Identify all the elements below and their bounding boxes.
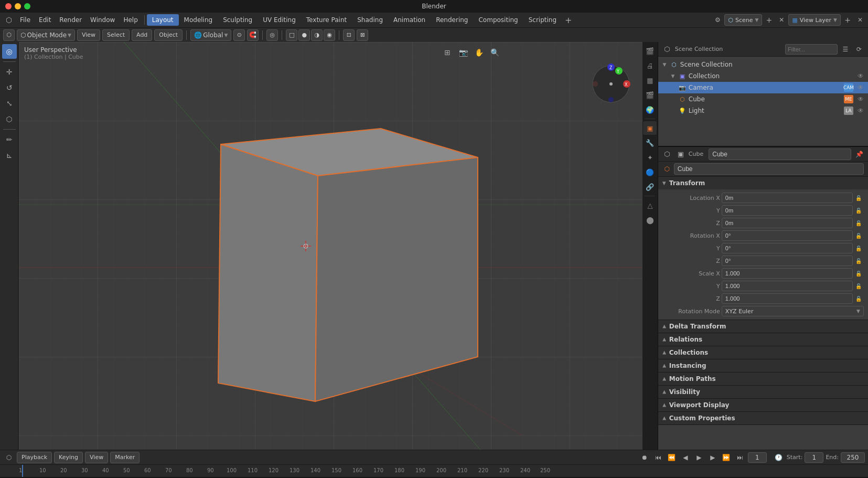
end-frame-display[interactable]: 250: [841, 452, 865, 463]
scale-x-input[interactable]: [722, 268, 853, 279]
object-menu-btn[interactable]: Object: [154, 29, 183, 41]
object-properties-icon[interactable]: ▣: [643, 121, 657, 135]
add-workspace-button[interactable]: +: [562, 14, 575, 26]
measure-tool[interactable]: ⊾: [2, 148, 17, 163]
camera-visibility-icon[interactable]: 👁: [856, 83, 865, 92]
maximize-button[interactable]: [24, 3, 30, 9]
instancing-header[interactable]: ▶ Instancing: [658, 359, 868, 372]
particles-icon[interactable]: ✦: [643, 151, 657, 164]
tab-modeling[interactable]: Modeling: [179, 14, 218, 26]
close-button[interactable]: [5, 3, 12, 9]
render-properties-icon[interactable]: 🎬: [643, 44, 657, 58]
rendered-button[interactable]: ◉: [324, 29, 335, 41]
location-x-lock[interactable]: 🔓: [854, 194, 863, 202]
scale-z-lock[interactable]: 🔓: [854, 294, 863, 303]
mesh-data-icon[interactable]: △: [643, 198, 657, 212]
tree-cube[interactable]: ⬡ Cube ME 👁: [658, 93, 868, 105]
constraints-icon[interactable]: 🔗: [643, 180, 657, 194]
tab-compositing[interactable]: Compositing: [473, 14, 523, 26]
menu-file[interactable]: File: [16, 15, 35, 25]
cube-visibility-icon[interactable]: 👁: [856, 95, 865, 103]
scene-options-button[interactable]: ✕: [776, 14, 787, 26]
prop-editor-type-icon[interactable]: ⬡: [661, 148, 673, 160]
outliner-search[interactable]: [785, 44, 838, 55]
scale-y-input[interactable]: [722, 281, 853, 291]
tab-texture-paint[interactable]: Texture Paint: [301, 14, 352, 26]
menu-window[interactable]: Window: [86, 15, 119, 25]
tab-animation[interactable]: Animation: [388, 14, 431, 26]
rotation-z-input[interactable]: [722, 256, 853, 266]
material-preview-button[interactable]: ◑: [311, 29, 323, 41]
new-view-layer-button[interactable]: +: [842, 14, 853, 26]
delta-transform-header[interactable]: ▶ Delta Transform: [658, 320, 868, 333]
modifier-properties-icon[interactable]: 🔧: [643, 136, 657, 150]
rotate-tool[interactable]: ↺: [2, 80, 17, 95]
prop-icon-row[interactable]: ▣: [675, 148, 687, 160]
skip-start-button[interactable]: ⏮: [652, 452, 664, 463]
view-menu-tl[interactable]: View: [85, 452, 108, 463]
location-y-lock[interactable]: 🔓: [854, 206, 863, 215]
play-button[interactable]: ▶: [693, 452, 705, 463]
mesh-name-input[interactable]: [674, 163, 864, 175]
wireframe-button[interactable]: □: [286, 29, 297, 41]
scale-x-lock[interactable]: 🔓: [854, 269, 863, 278]
menu-edit[interactable]: Edit: [35, 15, 55, 25]
blender-icon[interactable]: ⬡: [2, 13, 16, 27]
add-menu-btn[interactable]: Add: [132, 29, 152, 41]
scene-properties-icon[interactable]: 🎬: [643, 88, 657, 102]
next-keyframe-button[interactable]: ▶: [707, 452, 719, 463]
rotation-mode-dropdown[interactable]: XYZ Euler ▼: [722, 306, 864, 316]
prev-keyframe-button[interactable]: ◀: [680, 452, 691, 463]
snapping-button[interactable]: 🧲: [247, 29, 259, 41]
outliner-sync-icon[interactable]: ⟳: [853, 44, 865, 55]
tab-sculpting[interactable]: Sculpting: [218, 14, 258, 26]
start-frame-display[interactable]: 1: [805, 452, 823, 463]
proportional-edit-button[interactable]: ◎: [266, 29, 278, 41]
scale-z-input[interactable]: [722, 293, 853, 304]
navball[interactable]: X Y Z: [590, 63, 632, 105]
menu-help[interactable]: Help: [119, 15, 142, 25]
transform-dropdown[interactable]: 🌐 Global ▼: [190, 29, 231, 41]
collection-visibility-icon[interactable]: 👁: [856, 72, 865, 80]
camera-gizmo[interactable]: 📷: [457, 46, 469, 59]
tab-rendering[interactable]: Rendering: [431, 14, 473, 26]
tree-light[interactable]: 💡 Light LA 👁: [658, 105, 868, 116]
cursor-tool[interactable]: ◎: [2, 44, 17, 59]
physics-icon[interactable]: 🔵: [643, 165, 657, 179]
location-z-input[interactable]: [722, 218, 853, 228]
current-frame-display[interactable]: 1: [748, 452, 767, 463]
rotation-x-lock[interactable]: 🔓: [854, 231, 863, 240]
new-scene-button[interactable]: +: [763, 14, 775, 26]
window-controls[interactable]: [5, 3, 30, 9]
scale-y-lock[interactable]: 🔓: [854, 282, 863, 290]
frame-strip[interactable]: 1 10 20 30 40 50 60 70 80 90 100 110 120…: [0, 464, 868, 477]
viewport-display-header[interactable]: ▶ Viewport Display: [658, 399, 868, 411]
mode-dropdown[interactable]: ⬡ Object Mode ▼: [17, 29, 75, 41]
rotation-y-lock[interactable]: 🔓: [854, 244, 863, 252]
playback-menu[interactable]: Playback: [17, 452, 52, 463]
relations-header[interactable]: ▶ Relations: [658, 333, 868, 346]
pivot-button[interactable]: ⊙: [233, 29, 245, 41]
editor-type-tl-btn[interactable]: ⬡: [3, 452, 15, 463]
select-menu-btn[interactable]: Select: [102, 29, 130, 41]
tab-shading[interactable]: Shading: [352, 14, 388, 26]
visibility-header[interactable]: ▶ Visibility: [658, 386, 868, 398]
solid-button[interactable]: ●: [298, 29, 310, 41]
scene-dropdown[interactable]: ⬡ Scene ▼: [724, 14, 762, 26]
view-layer-options-button[interactable]: ✕: [854, 14, 866, 26]
view-layer-dropdown[interactable]: ▦ View Layer ▼: [788, 14, 841, 26]
xray-button[interactable]: ⊠: [357, 29, 368, 41]
minimize-button[interactable]: [15, 3, 21, 9]
view-menu-btn[interactable]: View: [77, 29, 100, 41]
tab-layout[interactable]: Layout: [147, 14, 179, 26]
engine-icon[interactable]: ⚙: [712, 14, 723, 26]
outliner-filter-icon[interactable]: ☰: [840, 44, 851, 55]
collections-header[interactable]: ▶ Collections: [658, 346, 868, 359]
prev-frame-button[interactable]: ⏪: [666, 452, 678, 463]
tab-scripting[interactable]: Scripting: [523, 14, 562, 26]
menu-render[interactable]: Render: [55, 15, 86, 25]
material-icon[interactable]: ⬤: [643, 213, 657, 227]
editor-type-icon[interactable]: ⬡: [661, 44, 673, 55]
custom-properties-header[interactable]: ▶ Custom Properties: [658, 412, 868, 424]
editor-type-button[interactable]: ⬡: [3, 29, 15, 41]
